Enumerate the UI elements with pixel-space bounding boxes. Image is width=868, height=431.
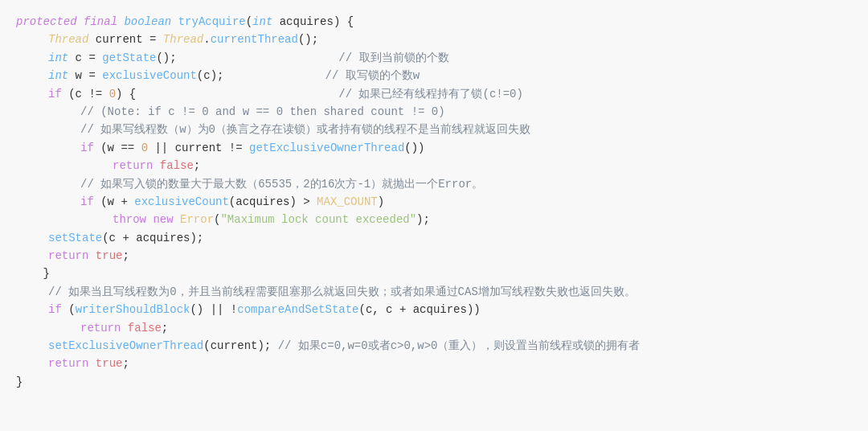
- code-line-12: if (w + exclusiveCount(acquires) > MAX_C…: [16, 193, 852, 211]
- code-block: protected final boolean tryAcquire(int a…: [0, 0, 868, 431]
- code-line-2: Thread current = Thread.currentThread();: [16, 31, 852, 48]
- code-line-15: return true;: [16, 247, 852, 265]
- code-line-18: // 如果当且写线程数为0，并且当前线程需要阻塞那么就返回失败；或者如果通过CA…: [16, 283, 852, 301]
- code-line-23: return true;: [16, 355, 852, 372]
- code-line-8: // 如果写线程数（w）为0（换言之存在读锁）或者持有锁的线程不是当前线程就返回…: [16, 121, 852, 138]
- code-line-3: int c = getState(); // 取到当前锁的个数: [16, 49, 852, 67]
- code-line-6: // (Note: if c != 0 and w == 0 then shar…: [16, 103, 852, 121]
- code-line-19: if (writerShouldBlock() || !compareAndSe…: [16, 301, 852, 318]
- code-line-14: setState(c + acquires);: [16, 229, 852, 247]
- code-line-16: }: [16, 265, 852, 282]
- code-line-1: protected final boolean tryAcquire(int a…: [16, 13, 852, 31]
- code-line-4: int w = exclusiveCount(c); // 取写锁的个数w: [16, 67, 852, 84]
- code-line-11: // 如果写入锁的数量大于最大数（65535，2的16次方-1）就抛出一个Err…: [16, 175, 852, 193]
- code-line-13: throw new Error("Maximum lock count exce…: [16, 211, 852, 228]
- code-line-24: }: [16, 373, 852, 391]
- code-line-20: return false;: [16, 319, 852, 337]
- code-line-10: return false;: [16, 157, 852, 174]
- code-line-9: if (w == 0 || current != getExclusiveOwn…: [16, 139, 852, 157]
- code-line-5: if (c != 0) { // 如果已经有线程持有了锁(c!=0): [16, 85, 852, 103]
- code-line-22: setExclusiveOwnerThread(current); // 如果c…: [16, 337, 852, 355]
